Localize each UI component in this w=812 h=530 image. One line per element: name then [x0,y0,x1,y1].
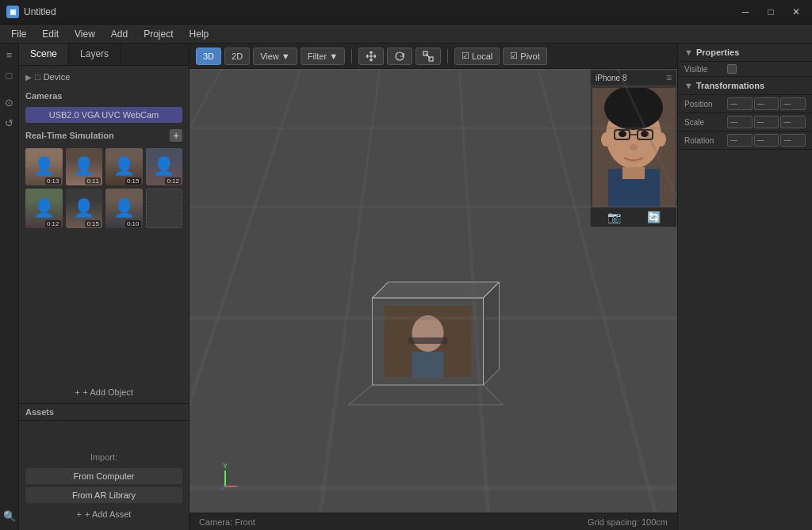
plus-icon-2: + [77,509,82,519]
menu-file[interactable]: File [3,27,34,41]
cam-header: iPhone 8 ≡ [591,70,676,86]
rotation-x-field[interactable]: — [727,134,753,147]
avatar-item-4[interactable]: 👤 0:12 [146,148,183,185]
search-icon[interactable]: 🔍 [2,508,17,524]
tab-scene[interactable]: Scene [19,44,69,65]
realtime-label: Real-Time Simulation [25,131,114,140]
chevron-down-icon-2: ▼ [329,51,338,61]
menu-project[interactable]: Project [136,27,181,41]
toolbar-rotate-button[interactable] [387,48,412,65]
toolbar-local-button[interactable]: ☑ Local [454,48,500,65]
position-z-field[interactable]: — [780,97,806,110]
tab-layers[interactable]: Layers [69,44,121,65]
scale-row: Scale — — — [678,113,812,132]
menu-add[interactable]: Add [103,27,136,41]
avatar-label-2: 0:11 [85,177,101,185]
window-controls: ─ □ ✕ [736,4,806,20]
left-iconbar: ≡ □ ⊙ ↺ 🔍 [0,44,19,530]
cam-feed [591,86,676,208]
avatar-item-3[interactable]: 👤 0:15 [105,148,143,185]
close-button[interactable]: ✕ [787,4,806,20]
scale-y-field[interactable]: — [754,116,779,128]
transformations-header[interactable]: ▼ Transformations [678,77,812,95]
svg-point-26 [630,144,638,151]
position-label: Position [684,100,724,109]
tree-device-label: Device [44,72,71,82]
chevron-down-icon: ▼ [282,51,290,61]
sidebar: Scene Layers ▶ □ Device Cameras USB2.0 V… [19,44,190,530]
separator-2 [447,49,448,63]
add-asset-label: + Add Asset [85,509,131,519]
position-x-field[interactable]: — [727,97,753,110]
toolbar-pivot-button[interactable]: ☑ Pivot [503,48,546,65]
svg-point-22 [641,131,649,137]
minimize-button[interactable]: ─ [736,4,755,20]
toolbar-view-button[interactable]: View ▼ [253,48,297,65]
toolbar-scale-button[interactable] [416,48,441,65]
avatar-label-1: 0:13 [45,177,61,185]
menu-help[interactable]: Help [182,27,217,41]
import-ar-library-button[interactable]: From AR Library [25,487,182,503]
toolbar-move-button[interactable] [358,48,384,65]
avatar-grid: 👤 0:13 👤 0:11 👤 0:15 👤 0:12 👤 [19,145,189,231]
menubar: File Edit View Add Project Help [0,25,812,44]
toolbar-filter-button[interactable]: Filter ▼ [301,48,345,65]
scene-icon[interactable]: ≡ [2,47,17,63]
menu-view[interactable]: View [67,27,103,41]
svg-line-3 [426,54,431,59]
position-fields: — — — [727,97,806,110]
add-object-button[interactable]: + + Add Object [25,384,182,400]
rotate-tool-icon [394,51,405,62]
avatar-item-8[interactable] [146,189,183,228]
toolbar-2d-button[interactable]: 2D [224,48,250,65]
scale-icon [423,51,434,62]
maximize-button[interactable]: □ [761,4,780,20]
toolbar-3d-button[interactable]: 3D [196,48,221,65]
avatar-item-7[interactable]: 👤 0:10 [105,189,143,228]
tree-root[interactable]: ▶ □ Device [19,71,189,83]
add-asset-button[interactable]: + + Add Asset [74,506,135,522]
camera-device-button[interactable]: USB2.0 VGA UVC WebCam [25,107,182,123]
scene-tree: ▶ □ Device [19,66,189,88]
visible-row: Visible [678,62,812,77]
menu-edit[interactable]: Edit [34,27,67,41]
rotation-y-field[interactable]: — [754,134,779,147]
assets-body: Import: From Computer From AR Library + … [19,421,189,530]
cam-photo-button[interactable]: 📷 [607,211,621,223]
properties-header[interactable]: ▼ Properties [678,44,812,62]
cam-controls: 📷 🔄 [591,208,676,227]
import-computer-button[interactable]: From Computer [25,468,182,484]
toolbar-view-label: View [260,51,279,61]
panel-icon[interactable]: □ [2,67,17,83]
move-icon [366,51,377,62]
visible-label: Visible [684,65,724,74]
titlebar: ▣ Untitled ─ □ ✕ [0,0,812,25]
cam-face-svg [592,88,676,207]
canvas-area[interactable]: X Y Z iPhone 8 ≡ [190,69,677,513]
scale-z-field[interactable]: — [780,116,806,128]
cam-flip-button[interactable]: 🔄 [647,211,661,223]
visible-checkbox[interactable] [727,64,737,74]
rotate-icon[interactable]: ↺ [2,115,17,131]
plus-icon: + [75,387,79,397]
camera-icon[interactable]: ⊙ [2,94,17,110]
avatar-item-1[interactable]: 👤 0:13 [25,148,63,185]
avatar-label-4: 0:12 [165,177,181,185]
local-label: Local [472,51,492,61]
position-y-field[interactable]: — [754,97,779,110]
realtime-add-button[interactable]: + [170,129,182,142]
main-layout: ≡ □ ⊙ ↺ 🔍 Scene Layers ▶ □ Device Camera… [0,44,812,530]
avatar-item-5[interactable]: 👤 0:12 [25,189,63,228]
scale-x-field[interactable]: — [727,116,753,128]
rotation-fields: — — — [727,134,806,147]
transformations-title: Transformations [696,81,764,90]
avatar-item-6[interactable]: 👤 0:15 [66,189,103,228]
rotation-z-field[interactable]: — [780,134,806,147]
scene-tabs: Scene Layers [19,44,189,66]
cam-menu-button[interactable]: ≡ [666,72,672,83]
grid-status: Grid spacing: 100cm [588,517,668,527]
camera-status: Camera: Front [199,517,255,527]
toolbar-filter-label: Filter [308,51,327,61]
avatar-item-2[interactable]: 👤 0:11 [66,148,103,185]
assets-section: Assets Import: From Computer From AR Lib… [19,403,189,530]
